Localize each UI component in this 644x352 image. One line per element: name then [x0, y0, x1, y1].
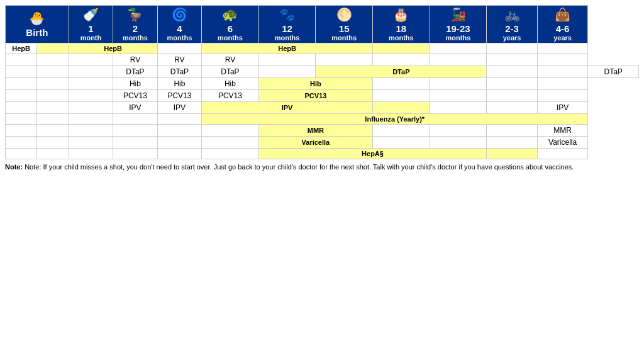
note-label: Note:	[5, 163, 23, 171]
cell-pcv13-18m	[373, 90, 430, 102]
2months-icon: 🦆	[114, 7, 155, 22]
col-header-4-6years: 👜 4-6 years	[537, 6, 588, 43]
4-6years-icon: 👜	[539, 7, 587, 22]
cell-hepb-4m	[157, 43, 201, 54]
cell-varicella-1m	[69, 137, 113, 149]
cell-ipv-1m	[69, 102, 113, 114]
cell-dtap-birth	[37, 66, 69, 78]
cell-hepb-46y	[537, 43, 588, 54]
cell-hepa-23y	[487, 149, 538, 159]
cell-influenza-4m	[157, 114, 201, 125]
cell-rv-2m: RV	[113, 54, 157, 66]
table-row: IPV IPV IPV IPV	[6, 102, 639, 114]
cell-mmr-19m	[430, 125, 487, 137]
2-3years-icon: 🚲	[488, 7, 536, 22]
cell-rv-1m	[69, 54, 113, 66]
12months-icon: 🐾	[260, 7, 314, 22]
cell-rv-12m	[258, 54, 316, 66]
cell-pcv13-2m: PCV13	[113, 90, 157, 102]
cell-hepa-2m	[113, 149, 157, 159]
cell-hib-1m	[69, 78, 113, 90]
col-header-19-23months: 🚂 19-23 months	[430, 6, 487, 43]
cell-influenza-birth	[37, 114, 69, 125]
col-header-18months: 🎂 18 months	[373, 6, 430, 43]
cell-hepa-46y	[537, 149, 588, 159]
vaccine-label-hepb: HepB	[6, 43, 37, 54]
footnote: Note: Note: If your child misses a shot,…	[5, 163, 639, 171]
cell-hepa-6m	[202, 149, 259, 159]
birth-icon: 🐣	[7, 11, 67, 26]
cell-hib-12-15m: Hib	[258, 78, 372, 90]
cell-pcv13-19m	[430, 90, 487, 102]
cell-dtap-19m	[487, 66, 538, 78]
table-row: Influenza (Yearly)*	[6, 114, 639, 125]
cell-mmr-birth	[37, 125, 69, 137]
cell-ipv-19m	[430, 102, 487, 114]
cell-mmr-2m	[113, 125, 157, 137]
cell-hib-19m	[430, 78, 487, 90]
cell-varicella-4m	[157, 137, 201, 149]
cell-hepb-19m	[430, 43, 487, 54]
cell-mmr-23y	[487, 125, 538, 137]
cell-hib-2m: Hib	[113, 78, 157, 90]
vaccine-label-ipv	[6, 102, 37, 114]
15months-icon: 🌕	[317, 7, 371, 22]
cell-ipv-23y	[487, 102, 538, 114]
cell-hepb-18m	[373, 43, 430, 54]
cell-hib-birth	[37, 78, 69, 90]
cell-hib-4m: Hib	[157, 78, 201, 90]
cell-mmr-12-15m: MMR	[258, 125, 372, 137]
cell-rv-4m: RV	[157, 54, 201, 66]
1month-icon: 🍼	[70, 7, 111, 22]
cell-dtap-12m	[258, 66, 316, 78]
col-header-1month: 🍼 1 month	[69, 6, 113, 43]
vaccine-label-hepa	[6, 149, 37, 159]
cell-varicella-19m	[430, 137, 487, 149]
cell-mmr-1m	[69, 125, 113, 137]
cell-hib-23y	[487, 78, 538, 90]
cell-hib-6m: Hib	[202, 78, 259, 90]
cell-ipv-18m	[373, 102, 430, 114]
table-row: HepB HepB HepB	[6, 43, 639, 54]
vaccine-label-pcv13	[6, 90, 37, 102]
table-row: PCV13 PCV13 PCV13 PCV13	[6, 90, 639, 102]
col-header-6months: 🐢 6 months	[202, 6, 259, 43]
cell-hib-18m	[373, 78, 430, 90]
cell-pcv13-46y	[537, 90, 588, 102]
cell-influenza-6m-46y: Influenza (Yearly)*	[202, 114, 588, 125]
19-23months-icon: 🚂	[431, 7, 486, 22]
table-row: RV RV RV	[6, 54, 639, 66]
cell-pcv13-12-15m: PCV13	[258, 90, 372, 102]
cell-varicella-18m	[373, 137, 430, 149]
cell-hepb-birth	[37, 43, 69, 54]
cell-rv-46y	[537, 54, 588, 66]
cell-varicella-23y	[487, 137, 538, 149]
cell-hib-46y	[537, 78, 588, 90]
table-row: DTaP DTaP DTaP DTaP DTaP	[6, 66, 639, 78]
cell-dtap-46y: DTaP	[588, 66, 639, 78]
cell-hepa-birth	[37, 149, 69, 159]
18months-icon: 🎂	[374, 7, 428, 22]
table-row: Varicella Varicella	[6, 137, 639, 149]
4months-icon: 🌀	[159, 7, 200, 22]
cell-ipv-2m: IPV	[113, 102, 157, 114]
col-header-15months: 🌕 15 months	[316, 6, 373, 43]
cell-ipv-4m: IPV	[157, 102, 201, 114]
cell-rv-23y	[487, 54, 538, 66]
cell-hepb-23y	[487, 43, 538, 54]
table-row: HepA§	[6, 149, 639, 159]
vaccine-label-influenza	[6, 114, 37, 125]
vaccine-label-varicella	[6, 137, 37, 149]
col-header-12months: 🐾 12 months	[258, 6, 316, 43]
col-header-4months: 🌀 4 months	[157, 6, 201, 43]
cell-influenza-2m	[113, 114, 157, 125]
cell-dtap-1m	[69, 66, 113, 78]
cell-ipv-6-15m: IPV	[202, 102, 373, 114]
cell-varicella-12-15m: Varicella	[258, 137, 372, 149]
cell-hepa-4m	[157, 149, 201, 159]
col-header-2months: 🦆 2 months	[113, 6, 157, 43]
cell-varicella-6m	[202, 137, 259, 149]
cell-hepb-1m: HepB	[69, 43, 157, 54]
table-row: Hib Hib Hib Hib	[6, 78, 639, 90]
cell-rv-18m	[373, 54, 430, 66]
